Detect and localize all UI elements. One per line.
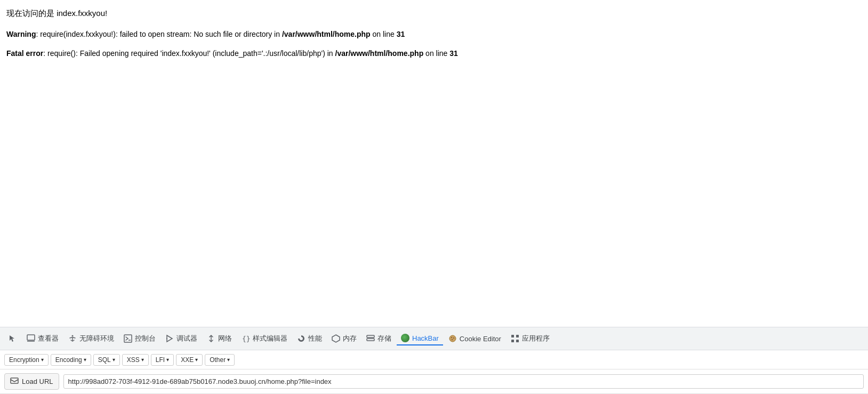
svg-point-13 [449, 335, 456, 342]
sql-arrow-icon: ▾ [112, 357, 115, 363]
performance-label: 性能 [308, 334, 322, 343]
network-label: 网络 [218, 334, 232, 343]
xss-label: XSS [127, 356, 140, 364]
hackbar-urlbar: Load URL [0, 369, 868, 394]
svg-point-15 [453, 337, 454, 339]
memory-icon [332, 334, 340, 343]
xss-button[interactable]: XSS ▾ [122, 354, 149, 366]
svg-rect-12 [367, 339, 374, 341]
svg-point-14 [451, 337, 452, 338]
svg-text:{}: {} [242, 335, 250, 343]
devtools-item-inspector[interactable]: 查看器 [22, 332, 63, 345]
xxe-button[interactable]: XXE ▾ [176, 354, 203, 366]
devtools-item-memory[interactable]: 内存 [327, 332, 361, 345]
main-content: 现在访问的是 index.fxxkyou! Warning: require(i… [0, 0, 868, 327]
other-button[interactable]: Other ▾ [205, 354, 235, 366]
inspector-icon [27, 334, 35, 343]
cookie-editor-label: Cookie Editor [460, 335, 501, 343]
svg-point-2 [72, 335, 74, 337]
xxe-arrow-icon: ▾ [195, 357, 198, 363]
devtools-item-debugger[interactable]: 调试器 [161, 332, 202, 345]
svg-point-16 [452, 339, 453, 340]
inspector-label: 查看器 [38, 334, 59, 343]
hackbar-icon [401, 334, 409, 342]
style-editor-icon: {} [242, 334, 250, 343]
lfi-label: LFI [156, 356, 165, 364]
devtools-item-network[interactable]: 网络 [203, 332, 236, 345]
sql-label: SQL [98, 356, 111, 364]
devtools-bar: 查看器 无障碍环境 控制台 调试器 网络 {} 样式编辑器 性能 [0, 327, 868, 350]
debugger-label: 调试器 [176, 334, 197, 343]
fatal-path: /var/www/html/home.php [335, 49, 424, 58]
devtools-item-accessibility[interactable]: 无障碍环境 [64, 332, 118, 345]
xxe-label: XXE [181, 356, 194, 364]
encoding-button[interactable]: Encoding ▾ [51, 354, 91, 366]
performance-icon [297, 334, 306, 343]
memory-label: 内存 [343, 334, 357, 343]
load-url-label: Load URL [22, 377, 53, 385]
storage-label: 存储 [377, 334, 391, 343]
fatal-text: : require(): Failed opening required 'in… [43, 49, 335, 58]
fatal-block: Fatal error: require(): Failed opening r… [6, 47, 862, 59]
warning-path: /var/www/html/home.php [282, 30, 371, 38]
warning-label: Warning [6, 30, 36, 38]
cookie-icon [448, 334, 457, 343]
other-label: Other [210, 356, 226, 364]
devtools-item-style-editor[interactable]: {} 样式编辑器 [237, 332, 292, 345]
svg-rect-20 [516, 340, 519, 342]
fatal-line: 31 [449, 49, 458, 58]
hackbar-label: HackBar [412, 334, 439, 342]
lfi-button[interactable]: LFI ▾ [151, 354, 174, 366]
devtools-item-cookie-editor[interactable]: Cookie Editor [444, 332, 505, 345]
encoding-label: Encoding [55, 356, 82, 364]
cursor-icon [9, 334, 17, 343]
style-editor-label: 样式编辑器 [253, 334, 287, 343]
warning-text: : require(index.fxxkyou!): failed to ope… [36, 30, 282, 38]
fatal-suffix: on line [423, 49, 449, 58]
page-title: 现在访问的是 index.fxxkyou! [6, 9, 862, 19]
svg-rect-17 [511, 335, 514, 337]
svg-marker-10 [332, 335, 340, 342]
devtools-item-storage[interactable]: 存储 [362, 332, 396, 345]
encoding-arrow-icon: ▾ [84, 357, 86, 363]
storage-icon [366, 334, 375, 343]
network-icon [207, 334, 215, 343]
encryption-arrow-icon: ▾ [41, 357, 44, 363]
debugger-icon [165, 334, 174, 343]
warning-suffix: on line [371, 30, 397, 38]
encryption-label: Encryption [9, 356, 39, 364]
hackbar-toolbar: Encryption ▾ Encoding ▾ SQL ▾ XSS ▾ LFI … [0, 350, 868, 369]
svg-point-9 [300, 337, 303, 340]
svg-rect-0 [27, 335, 35, 340]
devtools-item-performance[interactable]: 性能 [293, 332, 326, 345]
svg-rect-19 [511, 340, 514, 342]
devtools-item-console[interactable]: 控制台 [119, 332, 160, 345]
svg-rect-18 [516, 335, 519, 337]
accessibility-label: 无障碍环境 [79, 334, 114, 343]
encryption-button[interactable]: Encryption ▾ [4, 354, 49, 366]
url-input[interactable] [63, 374, 864, 389]
console-icon [124, 334, 132, 343]
devtools-item-apps[interactable]: 应用程序 [507, 332, 554, 345]
apps-icon [511, 334, 519, 343]
console-label: 控制台 [135, 334, 156, 343]
apps-label: 应用程序 [522, 334, 550, 343]
svg-marker-5 [167, 335, 172, 342]
warning-block: Warning: require(index.fxxkyou!): failed… [6, 28, 862, 40]
svg-rect-11 [367, 335, 374, 337]
other-arrow-icon: ▾ [227, 357, 230, 363]
lfi-arrow-icon: ▾ [166, 357, 169, 363]
devtools-item-cursor[interactable] [4, 332, 21, 345]
warning-line: 31 [397, 30, 405, 38]
sql-button[interactable]: SQL ▾ [93, 354, 120, 366]
xss-arrow-icon: ▾ [141, 357, 144, 363]
accessibility-icon [68, 334, 77, 343]
fatal-label: Fatal error [6, 49, 43, 58]
load-url-button[interactable]: Load URL [4, 373, 59, 390]
load-url-icon [10, 376, 19, 387]
devtools-item-hackbar[interactable]: HackBar [397, 332, 443, 345]
